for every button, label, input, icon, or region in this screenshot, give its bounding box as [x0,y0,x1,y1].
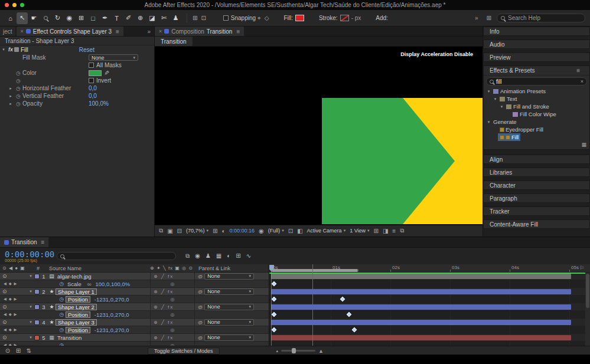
layer-row[interactable]: ⊙▾4★Shape Layer 3⊕ ╱ fx@None▾ [0,319,269,326]
magnification-select[interactable]: (70,7%)▾ [186,228,208,234]
constrain-proportions-icon[interactable]: ∞ [87,281,92,287]
property-row[interactable]: ◀ ◆ ▶◷◎ [0,342,269,346]
keyframe-nav-icons[interactable]: ◀ ◆ ▶ [2,281,18,286]
property-row[interactable]: ◀ ◆ ▶◷Position-1231,0,270,0◎ [0,311,269,319]
layer-switches[interactable]: ⊕ ╱ fx [150,288,195,295]
pen-tool[interactable]: ✒ [99,12,110,24]
timeline-search-box[interactable] [57,252,176,260]
panel-header-libraries[interactable]: Libraries [483,168,590,177]
workspace-options-icon[interactable]: ⊡ [201,15,206,21]
eyedropper-icon[interactable]: ✎ [103,70,110,75]
clone-stamp-tool[interactable]: ⊕ [135,12,146,24]
panel-header-tracker[interactable]: Tracker [483,206,590,216]
live-update-icon[interactable]: ◉ [195,252,200,260]
pick-whip-icon[interactable]: @ [198,289,203,294]
property-value[interactable]: 100,0,100,0% [96,281,131,287]
panel-header-paragraph[interactable]: Paragraph [483,194,590,203]
expand-inout-pane-icon[interactable]: ⇅ [25,347,33,354]
stopwatch-icon[interactable]: ◷ [14,70,22,76]
viewer-tab-transition[interactable]: Transition [155,37,193,46]
stroke-swatch[interactable] [340,15,349,21]
draft-3d-icon[interactable]: ♟ [206,252,211,260]
tree-item[interactable]: ▾Fill and Stroke [484,103,589,110]
property-stopwatch-icon[interactable]: ◷ [58,311,66,317]
effects-presets-header[interactable]: Effects & Presets ≡ [484,66,589,76]
grid-guides-icon[interactable]: ⊞ [213,228,217,234]
tab-project-partial[interactable]: ject [0,27,15,36]
keyframe-nav-icons[interactable]: ◀ ◆ ▶ [2,297,18,301]
panel-grip-icon[interactable]: ▦ [581,142,586,147]
property-value[interactable]: 100,0% [89,100,109,107]
parent-select[interactable]: None▾ [204,288,254,295]
close-tab-icon[interactable]: × [159,28,162,34]
tree-item[interactable]: ▾Generate [484,118,589,126]
zoom-slider[interactable] [281,350,315,352]
panel-menu-icon[interactable]: ≡ [41,239,45,245]
camera-tool[interactable]: ◉ [64,12,75,24]
layer-name[interactable]: Shape Layer 1 [56,288,97,295]
video-visibility-icon[interactable]: ⊙ [2,319,7,325]
property-stopwatch-icon[interactable]: ◷ [58,342,66,346]
property-stopwatch-icon[interactable]: ◷ [58,296,66,302]
property-name[interactable]: Position [66,327,90,333]
layer-duration-bar[interactable] [271,320,571,325]
snap-edges-icon[interactable]: ◇ [265,15,269,21]
tl-ruler[interactable]: 0s01s02s03s04s05s⚐ [269,264,590,273]
work-area-bar[interactable] [271,269,358,272]
tree-item[interactable]: Eyedropper Fill [484,126,589,133]
mask-path-icon[interactable]: ◐ [221,228,225,234]
property-stopwatch-icon[interactable]: ◷ [58,281,66,287]
effect-header-row[interactable]: ▾ fx Fill Reset [0,45,154,54]
tab-effect-controls[interactable]: × Effect Controls Shape Layer 3 ≡ [17,27,123,36]
minimize-window-button[interactable] [12,3,17,7]
roi-icon[interactable]: ⊡ [288,228,293,234]
home-tool[interactable]: ⌂ [5,12,16,24]
panel-header-character[interactable]: Character [483,181,590,190]
panel-header-preview[interactable]: Preview [483,53,590,62]
panel-menu-icon[interactable]: ≡ [573,67,584,74]
stopwatch-icon[interactable]: ◷ [14,93,22,99]
layer-row[interactable]: ⊙▾1▤algar-tech.jpg⊕ ╱ fx@None▾ [0,273,269,280]
panel-header-audio[interactable]: Audio [483,40,590,49]
layer-switches[interactable]: ⊕ ╱ fx [150,273,195,280]
pick-whip-icon[interactable]: @ [198,304,203,310]
property-name[interactable]: Scale [66,281,83,287]
motion-blur-icon[interactable]: ⊞ [236,252,240,260]
expand-caret-icon[interactable]: ▸ [7,101,14,106]
tree-item[interactable]: Fill Color Wipe [484,110,589,118]
panel-menu-icon[interactable]: ≡ [236,28,240,35]
resolution-select[interactable]: (Full)▾ [268,228,284,234]
keyframe-icon[interactable] [352,327,357,332]
type-tool[interactable]: T [111,12,122,24]
pick-whip-icon[interactable]: @ [198,335,203,340]
layer-name[interactable]: Shape Layer 2 [56,304,97,310]
composition-viewport[interactable]: Display Acceleration Disable [155,47,483,225]
roto-brush-tool[interactable]: ✄ [158,12,169,24]
playhead-line[interactable] [312,264,313,346]
panel-header-content-aware-fill[interactable]: Content-Aware Fill [483,219,590,229]
tree-item[interactable]: Fill [484,133,589,141]
timeline-scrollbar[interactable] [585,273,590,346]
property-stopwatch-icon[interactable]: ◷ [58,327,66,333]
property-value[interactable]: 0,0 [89,93,97,99]
workspace-grid-icon[interactable]: ⊞ [193,15,197,21]
property-value[interactable]: -1231,0,270,0 [94,296,129,303]
expand-switches-pane-icon[interactable]: ⊞ [14,347,22,354]
scrollbar-thumb[interactable] [586,274,589,308]
effects-search-box[interactable]: fill × [486,77,587,86]
color-swatch[interactable] [89,70,102,76]
property-value[interactable]: -1231,0,270,0 [94,311,129,318]
shape-tool[interactable]: □ [87,12,99,24]
snapshot-icon[interactable]: ◉ [259,228,264,234]
close-tab-icon[interactable]: × [21,28,24,34]
camera-select[interactable]: Active Camera▾ [307,228,346,234]
layer-name[interactable]: algar-tech.jpg [56,273,93,280]
checkbox[interactable] [89,78,94,83]
layer-row[interactable]: ⊙▾3★Shape Layer 2⊕ ╱ fx@None▾ [0,303,269,311]
parent-link-header[interactable]: Parent & Link [195,265,269,271]
zoom-tool[interactable] [40,12,51,24]
keyframe-nav-icons[interactable]: ◀ ◆ ▶ [2,343,18,346]
expand-caret-icon[interactable]: ▸ [7,94,14,99]
snap-features-icon[interactable]: ⌖ [257,15,261,22]
layer-name[interactable]: Shape Layer 3 [56,319,97,326]
